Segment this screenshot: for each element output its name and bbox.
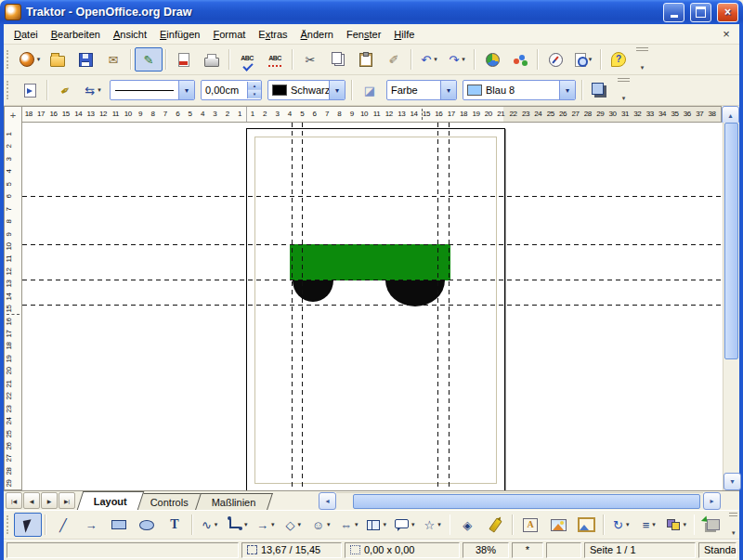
spin-up-icon[interactable]: ▴ [248, 82, 261, 90]
shadow-icon[interactable] [586, 78, 614, 102]
area-dialog-icon[interactable]: ◪ [356, 78, 384, 102]
guide-line-horizontal[interactable] [22, 196, 723, 197]
last-page-button[interactable]: ▶| [59, 492, 75, 509]
line-width-spinner[interactable]: ▴▾ [247, 82, 261, 98]
dropdown-arrow-icon[interactable]: ▾ [683, 521, 686, 528]
line-icon[interactable]: ╱▾ [49, 513, 77, 537]
ellipse-icon[interactable]: ▾ [133, 513, 161, 537]
rectangle-icon[interactable]: ▾ [105, 513, 133, 537]
chevron-down-icon[interactable]: ▾ [559, 81, 575, 99]
connector-icon[interactable]: ▾ [224, 513, 252, 537]
dropdown-arrow-icon[interactable]: ▾ [411, 521, 415, 528]
first-page-button[interactable]: |◀ [6, 492, 22, 509]
tab-controls[interactable]: Controls [134, 493, 205, 510]
maximize-button[interactable] [690, 3, 711, 22]
insert-picture-icon[interactable]: ▾ [544, 513, 572, 537]
guide-line-horizontal[interactable] [22, 280, 723, 280]
zoom-icon[interactable]: ▾ [569, 47, 597, 72]
status-page-field[interactable]: Seite 1 / 1 [584, 542, 696, 558]
scrollbar-thumb[interactable] [353, 494, 700, 509]
scroll-down-button[interactable]: ▾ [723, 473, 741, 490]
guide-line-vertical[interactable] [292, 123, 293, 490]
paste-icon[interactable]: ▾ [352, 47, 380, 72]
gallery-icon[interactable]: ▾ [506, 47, 534, 72]
scrollbar-track[interactable] [336, 492, 703, 509]
flowchart-icon[interactable]: ▾ [363, 513, 391, 537]
symbol-shapes-icon[interactable]: ☺▾ [307, 513, 335, 537]
status-zoom-field[interactable]: 38% [463, 542, 509, 558]
menu-extras[interactable]: Extras [252, 27, 293, 42]
edit-file-icon[interactable]: ✎▾ [135, 47, 163, 72]
curve-icon[interactable]: ∿▾ [196, 513, 224, 537]
tab-layout[interactable]: Layout [77, 491, 145, 510]
dropdown-arrow-icon[interactable]: ▾ [437, 521, 441, 528]
dropdown-arrow-icon[interactable]: ▾ [383, 521, 386, 528]
guide-line-vertical[interactable] [449, 123, 450, 490]
close-document-button[interactable]: × [713, 27, 739, 41]
line-width-input[interactable]: 0,00cm▴▾ [201, 80, 262, 100]
status-size-field[interactable]: 0,00 x 0,00 [345, 542, 460, 558]
new-icon[interactable]: ▾ [16, 47, 44, 72]
menu-bearbeiten[interactable]: Bearbeiten [45, 27, 107, 42]
next-page-button[interactable]: ▶ [41, 492, 58, 509]
basic-shapes-icon[interactable]: ◇▾ [280, 513, 307, 537]
toolbar-grip[interactable] [7, 515, 11, 534]
horizontal-ruler[interactable]: 181716151413121110987654321 123456789101… [22, 106, 722, 123]
status-position-field[interactable]: 13,67 / 15,45 [241, 542, 342, 558]
fontwork-icon[interactable]: A▾ [516, 513, 544, 537]
guide-line-horizontal[interactable] [22, 305, 723, 306]
close-button[interactable]: × [717, 3, 738, 22]
tractor-body-shape[interactable] [290, 244, 450, 280]
undo-icon[interactable]: ↶▾ [415, 47, 443, 72]
gallery2-icon[interactable]: ▾ [572, 513, 600, 537]
ruler-origin-button[interactable]: + [4, 106, 22, 124]
spellcheck-icon[interactable]: ABC▾ [233, 47, 261, 72]
menu-aendern[interactable]: Ändern [294, 27, 340, 42]
menu-ansicht[interactable]: Ansicht [107, 27, 153, 42]
tab-masslinien[interactable]: Maßlinien [195, 493, 273, 510]
dropdown-arrow-icon[interactable]: ▾ [244, 521, 248, 528]
dropdown-arrow-icon[interactable]: ▾ [297, 521, 301, 528]
email-icon[interactable]: ✉▾ [99, 47, 127, 72]
menu-fenster[interactable]: Fenster [340, 27, 387, 42]
menu-format[interactable]: Format [206, 27, 252, 42]
arrow-icon[interactable]: →▾ [77, 513, 105, 537]
redo-icon[interactable]: ↷▾ [443, 47, 471, 72]
chevron-down-icon[interactable]: ▾ [440, 81, 456, 99]
chevron-down-icon[interactable]: ▾ [329, 81, 345, 99]
edit-points-icon[interactable]: ◈▾ [453, 513, 481, 537]
fill-color-select[interactable]: Blau 8▾ [463, 80, 576, 100]
toolbar-grip[interactable] [7, 50, 13, 69]
vertical-ruler[interactable]: 1234567891011121314151617181920212223242… [4, 123, 22, 490]
interaction-icon[interactable]: ▾ [697, 513, 725, 537]
arrow-style-icon[interactable]: ⇆▾ [79, 78, 107, 102]
horizontal-scrollbar[interactable]: ◂ ▸ [319, 493, 721, 509]
scrollbar-track[interactable] [723, 359, 739, 473]
alignment-icon[interactable]: ≡▾ [635, 513, 663, 537]
menu-einfuegen[interactable]: Einfügen [153, 27, 206, 42]
dropdown-arrow-icon[interactable]: ▾ [37, 56, 41, 63]
glue-points-icon[interactable]: ▾ [481, 513, 509, 537]
vertical-scrollbar[interactable]: ▾ [723, 123, 739, 490]
rotate-icon[interactable]: ↻▾ [607, 513, 635, 537]
chevron-down-icon[interactable]: ▾ [178, 81, 194, 99]
prev-page-button[interactable]: ◀ [23, 492, 40, 509]
menu-datei[interactable]: Datei [7, 27, 45, 42]
dropdown-arrow-icon[interactable]: ▾ [271, 521, 275, 528]
title-bar[interactable]: Traktor - OpenOffice.org Draw × [0, 0, 743, 24]
page[interactable] [246, 128, 505, 490]
guide-line-horizontal[interactable] [22, 244, 723, 245]
status-style-field[interactable]: Standard [698, 542, 736, 558]
line-style-select[interactable]: ▾ [110, 80, 195, 100]
lines-arrows-icon[interactable]: →▾ [252, 513, 280, 537]
drawing-canvas[interactable] [22, 123, 723, 490]
save-icon[interactable]: ▾ [72, 47, 99, 72]
dropdown-arrow-icon[interactable]: ▾ [215, 521, 218, 528]
export-pdf-icon[interactable]: ▾ [170, 47, 198, 72]
scroll-up-button[interactable]: ▴ [722, 106, 739, 124]
minimize-button[interactable] [663, 3, 684, 22]
dropdown-arrow-icon[interactable]: ▾ [98, 86, 101, 94]
styles-formatting-icon[interactable] [16, 78, 44, 102]
stars-icon[interactable]: ☆▾ [419, 513, 447, 537]
line-dialog-icon[interactable]: ✒ [51, 78, 79, 102]
